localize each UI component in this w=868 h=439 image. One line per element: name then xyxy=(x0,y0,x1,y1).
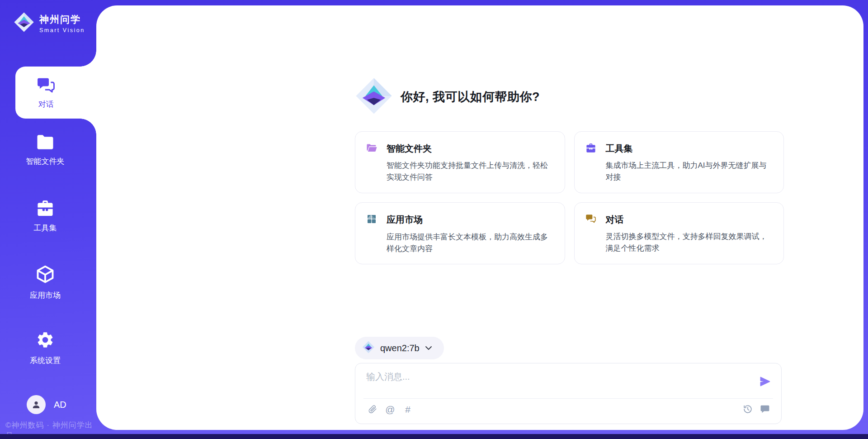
sidebar-item-label: 智能文件夹 xyxy=(26,156,65,167)
brand-subtitle: Smart Vision xyxy=(39,27,85,33)
card-title: 工具集 xyxy=(606,143,633,155)
sidebar-item-toolset[interactable]: 工具集 xyxy=(0,200,90,233)
sidebar-item-smart-folder[interactable]: 智能文件夹 xyxy=(0,134,90,167)
card-description: 智能文件夹功能支持批量文件上传与清洗，轻松实现文件问答 xyxy=(387,160,552,184)
brand-name: 神州问学 xyxy=(39,13,85,26)
card-toolset[interactable]: 工具集 集成市场上主流工具，助力AI与外界无缝扩展与对接 xyxy=(574,131,784,193)
send-icon[interactable] xyxy=(759,375,771,388)
app-window: 神州问学 Smart Vision 对话 智能文件夹 xyxy=(0,0,868,439)
avatar xyxy=(27,395,46,414)
bottom-strip xyxy=(0,434,868,439)
sidebar-item-label: 系统设置 xyxy=(30,355,61,366)
brand-logo-icon xyxy=(14,12,34,34)
greeting-row: 你好, 我可以如何帮助你? xyxy=(355,78,784,116)
toolbox-icon xyxy=(36,200,55,219)
main-panel: 你好, 我可以如何帮助你? 智能文件夹 智能文件夹功能支持批量文件上传与清洗，轻… xyxy=(96,5,863,430)
sidebar-item-label: 应用市场 xyxy=(30,290,61,301)
chevron-down-icon xyxy=(425,344,432,352)
card-title: 智能文件夹 xyxy=(387,143,432,155)
card-app-market[interactable]: 应用市场 应用市场提供丰富长文本模板，助力高效生成多样化文章内容 xyxy=(355,202,565,265)
grid-tiles-icon xyxy=(366,214,377,226)
folder-icon xyxy=(36,134,55,152)
sidebar-item-settings[interactable]: 系统设置 xyxy=(0,330,90,366)
greeting-text: 你好, 我可以如何帮助你? xyxy=(401,89,540,105)
chat-bubbles-icon xyxy=(585,214,596,225)
card-title: 应用市场 xyxy=(387,214,423,226)
gear-icon xyxy=(36,330,55,351)
chat-bubble-icon[interactable] xyxy=(760,404,770,415)
card-chat[interactable]: 对话 灵活切换多模型文件，支持多样回复效果调试，满足个性化需求 xyxy=(574,202,784,265)
mention-icon[interactable]: @ xyxy=(385,404,396,415)
message-composer: @ # xyxy=(355,363,782,424)
sidebar-item-app-market[interactable]: 应用市场 xyxy=(0,264,90,301)
sidebar-item-chat[interactable]: 对话 xyxy=(15,67,97,119)
card-description: 应用市场提供丰富长文本模板，助力高效生成多样化文章内容 xyxy=(387,231,552,255)
sidebar: 神州问学 Smart Vision 对话 智能文件夹 xyxy=(0,0,96,439)
sidebar-item-label: 工具集 xyxy=(34,223,57,233)
composer-divider xyxy=(363,398,773,399)
hashtag-icon[interactable]: # xyxy=(402,404,413,415)
card-smart-folder[interactable]: 智能文件夹 智能文件夹功能支持批量文件上传与清洗，轻松实现文件问答 xyxy=(355,131,565,193)
card-description: 集成市场上主流工具，助力AI与外界无缝扩展与对接 xyxy=(606,160,771,184)
attachment-icon[interactable] xyxy=(367,404,378,415)
sidebar-item-label: 对话 xyxy=(38,99,54,110)
card-title: 对话 xyxy=(606,214,624,226)
toolbox-icon xyxy=(585,143,596,155)
history-icon[interactable] xyxy=(742,404,753,415)
user-initials: AD xyxy=(54,400,66,410)
user-account[interactable]: AD xyxy=(27,395,66,414)
brand: 神州问学 Smart Vision xyxy=(14,12,85,34)
chat-icon xyxy=(37,76,56,96)
card-description: 灵活切换多模型文件，支持多样回复效果调试，满足个性化需求 xyxy=(606,231,771,255)
message-input[interactable] xyxy=(366,371,737,397)
model-name: qwen2:7b xyxy=(380,343,420,353)
model-logo-icon xyxy=(362,341,375,355)
model-selector[interactable]: qwen2:7b xyxy=(355,337,444,359)
cube-icon xyxy=(35,264,55,286)
folder-open-icon xyxy=(366,143,377,154)
assistant-logo-icon xyxy=(355,77,393,117)
feature-cards: 智能文件夹 智能文件夹功能支持批量文件上传与清洗，轻松实现文件问答 工具集 xyxy=(355,131,784,264)
